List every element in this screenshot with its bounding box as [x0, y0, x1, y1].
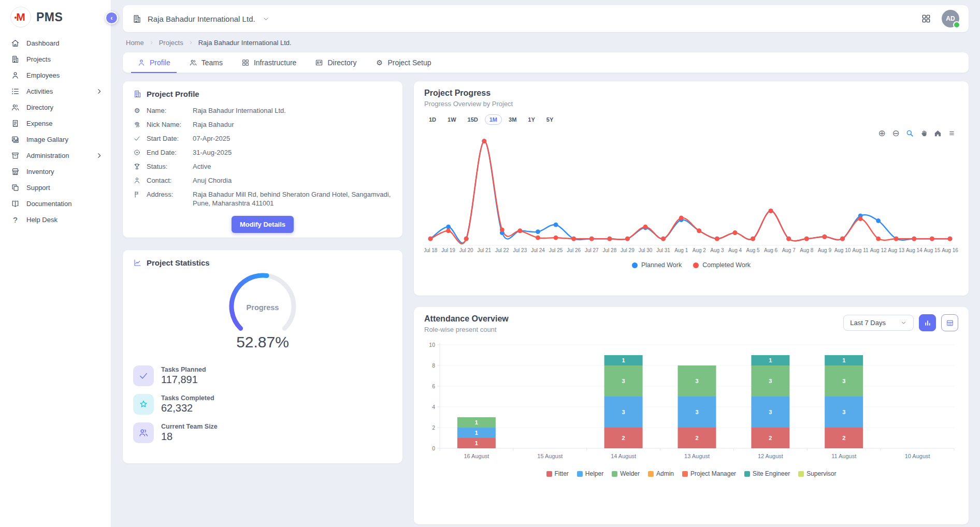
range-button-5y[interactable]: 5Y — [542, 114, 558, 125]
card-title: Project Profile — [147, 90, 199, 98]
sidebar-item-image-gallary[interactable]: Image Gallary — [0, 131, 111, 148]
apps-grid-icon[interactable] — [921, 13, 931, 24]
attendance-overview-card: Attendance Overview Role-wise present co… — [414, 307, 969, 524]
breadcrumb-item-projects[interactable]: Projects — [159, 39, 183, 47]
range-button-1d[interactable]: 1D — [424, 114, 441, 125]
target-icon — [133, 149, 141, 156]
breadcrumb-item-home[interactable]: Home — [126, 39, 144, 47]
archive-icon — [11, 151, 20, 160]
attendance-range-select[interactable]: Last 7 Days — [843, 315, 914, 331]
svg-text:2: 2 — [769, 435, 772, 441]
legend-item-site-engineer[interactable]: Site Engineer — [744, 470, 790, 477]
chart-view-button[interactable] — [919, 314, 936, 331]
selection-zoom-icon[interactable] — [905, 129, 914, 138]
sidebar-item-help-desk[interactable]: ?Help Desk — [0, 212, 111, 228]
legend-item-planned-work[interactable]: Planned Work — [632, 261, 682, 269]
footer: © 2025, by MARCO AIoT Technologies Pvt. … — [123, 524, 969, 527]
legend-label: Site Engineer — [753, 470, 790, 477]
profile-row-address: Address:Raja Bahadur Mill Rd, behind She… — [133, 190, 392, 208]
tab-directory[interactable]: Directory — [306, 52, 366, 72]
sidebar-item-directory[interactable]: Directory — [0, 99, 111, 115]
legend-item-helper[interactable]: Helper — [577, 470, 603, 477]
sidebar-item-support[interactable]: Support — [0, 180, 111, 196]
profile-field-value: 31-Aug-2025 — [193, 148, 232, 157]
range-button-3m[interactable]: 3M — [504, 114, 521, 125]
sidebar-item-documentation[interactable]: Documentation — [0, 196, 111, 212]
legend-marker — [798, 471, 804, 477]
sidebar-item-administration[interactable]: Administration — [0, 148, 111, 164]
svg-text:3: 3 — [695, 409, 698, 415]
tab-profile[interactable]: Profile — [128, 52, 180, 72]
legend-label: Helper — [585, 470, 603, 477]
sidebar-item-inventory[interactable]: Inventory — [0, 164, 111, 180]
legend-item-project-manager[interactable]: Project Manager — [682, 470, 736, 477]
avatar[interactable]: AD — [942, 10, 959, 27]
sidebar-item-projects[interactable]: Projects — [0, 51, 111, 67]
sidebar-collapse-button[interactable]: ‹ — [105, 11, 118, 24]
modify-details-button[interactable]: Modify Details — [232, 216, 294, 233]
attendance-stacked-bar-chart[interactable]: 024681011116 August15 August233114 Augus… — [424, 340, 958, 464]
profile-field-value: 07-Apr-2025 — [193, 134, 230, 143]
legend-marker — [648, 471, 654, 477]
svg-text:1: 1 — [475, 430, 478, 436]
range-button-1y[interactable]: 1Y — [523, 114, 539, 125]
sidebar-item-activities[interactable]: Activities — [0, 83, 111, 99]
zoom-out-icon[interactable]: ⊖ — [891, 129, 900, 138]
legend-marker — [546, 471, 552, 477]
time-range-buttons: 1D1W15D1M3M1Y5Y — [424, 114, 958, 125]
sidebar-item-expense[interactable]: Expense — [0, 115, 111, 131]
menu-icon[interactable]: ≡ — [947, 129, 956, 138]
svg-text:Jul 31: Jul 31 — [656, 247, 670, 253]
svg-text:Aug 15: Aug 15 — [924, 247, 941, 253]
svg-text:13 August: 13 August — [684, 453, 710, 459]
sidebar-item-label: Dashboard — [26, 39, 60, 47]
zoom-in-icon[interactable]: ⊕ — [877, 129, 886, 138]
svg-text:Aug 8: Aug 8 — [800, 247, 814, 253]
project-progress-line-chart[interactable]: Jul 18Jul 19Jul 20Jul 21Jul 22Jul 23Jul … — [424, 128, 958, 258]
pan-icon[interactable] — [919, 129, 928, 138]
svg-text:Aug 1: Aug 1 — [674, 247, 688, 253]
profile-field-value: Active — [193, 162, 211, 171]
bar-chart-legend: FitterHelperWelderAdminProject ManagerSi… — [424, 470, 958, 477]
legend-item-fitter[interactable]: Fitter — [546, 470, 569, 477]
sidebar-item-label: Expense — [26, 120, 53, 127]
tab-teams[interactable]: Teams — [180, 52, 232, 72]
range-button-1w[interactable]: 1W — [443, 114, 461, 125]
company-selector[interactable]: Raja Bahadur International Ltd. — [132, 14, 270, 24]
range-button-15d[interactable]: 15D — [463, 114, 483, 125]
topbar: Raja Bahadur International Ltd. AD — [123, 5, 969, 32]
sidebar-item-employees[interactable]: Employees — [0, 67, 111, 83]
svg-text:Aug 12: Aug 12 — [870, 247, 887, 253]
range-button-1m[interactable]: 1M — [485, 114, 502, 125]
tab-infrastructure[interactable]: Infrastructure — [232, 52, 306, 72]
svg-text:3: 3 — [622, 378, 625, 384]
home-icon — [11, 39, 20, 48]
receipt-icon — [11, 119, 20, 128]
svg-text:Jul 29: Jul 29 — [621, 247, 635, 253]
breadcrumb: HomeProjectsRaja Bahadur International L… — [123, 32, 969, 52]
app-logo[interactable]: M PMS — [0, 0, 111, 35]
tab-project-setup[interactable]: ⚙Project Setup — [366, 52, 440, 72]
stat-label: Tasks Completed — [161, 394, 214, 402]
legend-item-welder[interactable]: Welder — [612, 470, 640, 477]
svg-text:2: 2 — [695, 435, 698, 441]
legend-item-supervisor[interactable]: Supervisor — [798, 470, 836, 477]
stat-row-tasks-completed: Tasks Completed62,332 — [133, 394, 392, 415]
table-view-button[interactable] — [941, 314, 958, 331]
card-title: Attendance Overview — [424, 314, 509, 324]
tab-bar: ProfileTeamsInfrastructureDirectory⚙Proj… — [123, 52, 969, 73]
home-fill-icon[interactable] — [933, 129, 942, 138]
sidebar-item-label: Support — [26, 184, 50, 192]
building-icon — [11, 55, 20, 64]
svg-text:Progress: Progress — [247, 303, 279, 312]
chevron-down-icon — [900, 319, 907, 326]
selected-range: Last 7 Days — [850, 319, 886, 327]
svg-text:Jul 25: Jul 25 — [549, 247, 563, 253]
legend-item-admin[interactable]: Admin — [648, 470, 674, 477]
legend-item-completed-work[interactable]: Completed Work — [693, 261, 751, 269]
svg-text:1: 1 — [475, 419, 478, 426]
company-name: Raja Bahadur International Ltd. — [148, 14, 255, 23]
svg-text:2: 2 — [622, 435, 625, 441]
sidebar-item-dashboard[interactable]: Dashboard — [0, 35, 111, 51]
svg-text:14 August: 14 August — [611, 453, 636, 459]
